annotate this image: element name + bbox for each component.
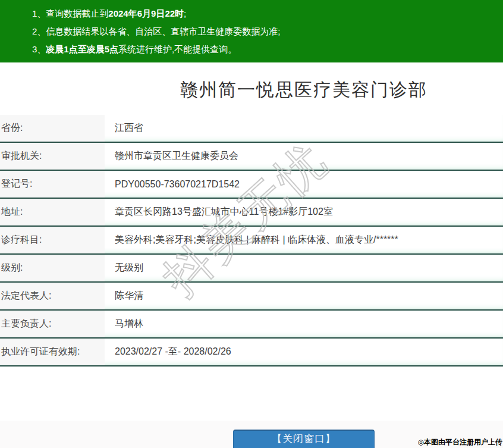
table-row-medical-subjects: 诊疗科目: 美容外科;美容牙科;美容皮肤科 | 麻醉科 | 临床体液、血液专业/… <box>0 227 503 255</box>
row-value: 章贡区长冈路13号盛汇城市中心11号楼1#影厅102室 <box>105 199 333 225</box>
notice-bold-text: 凌晨1点至凌晨5点 <box>46 44 118 54</box>
notice-text: 查询数据截止到 <box>46 8 108 18</box>
row-label: 主要负责人: <box>0 311 105 337</box>
row-label: 审批机关: <box>0 143 105 170</box>
table-row-approval-authority: 审批机关: 赣州市章贡区卫生健康委员会 <box>0 143 503 171</box>
row-label: 地址: <box>0 199 105 225</box>
info-table: 省份: 江西省 审批机关: 赣州市章贡区卫生健康委员会 登记号: PDY0055… <box>0 115 503 366</box>
page: 1、查询数据截止到2024年6月9日22时; 2、信息数据结果以各省、自治区、直… <box>0 0 503 448</box>
notice-line-1: 1、查询数据截止到2024年6月9日22时; <box>32 5 497 23</box>
notice-number: 3、 <box>32 44 46 54</box>
notice-text: 系统进行维护,不能提供查询。 <box>118 44 237 54</box>
table-row-legal-representative: 法定代表人: 陈华清 <box>0 283 503 311</box>
row-label: 登记号: <box>0 171 105 198</box>
title-section: 赣州简一悦思医疗美容门诊部 <box>105 62 503 115</box>
table-row-registration-number: 登记号: PDY00550-736070217D1542 <box>0 171 503 199</box>
table-row-level: 级别: 无级别 <box>0 255 503 283</box>
notice-number: 1、 <box>32 8 46 18</box>
row-value: 陈华清 <box>105 283 143 309</box>
row-value: 马增林 <box>105 311 143 337</box>
page-title: 赣州简一悦思医疗美容门诊部 <box>105 78 503 102</box>
row-label: 级别: <box>0 255 105 281</box>
row-value: 美容外科;美容牙科;美容皮肤科 | 麻醉科 | 临床体液、血液专业/****** <box>105 227 398 253</box>
notice-text: 信息数据结果以各省、自治区、直辖市卫生健康委数据为准; <box>46 26 280 36</box>
table-row-license-validity: 执业许可证有效期: 2023/02/27 -至- 2028/02/26 <box>0 339 503 366</box>
row-label: 法定代表人: <box>0 283 105 309</box>
table-row-address: 地址: 章贡区长冈路13号盛汇城市中心11号楼1#影厅102室 <box>0 199 503 227</box>
notice-bold-text: 2024年6月9日22时 <box>108 8 184 18</box>
row-label: 省份: <box>0 115 105 142</box>
row-value: 江西省 <box>105 115 143 142</box>
table-row-province: 省份: 江西省 <box>0 115 503 143</box>
footer-bar: 【关闭窗口】 ◎本图由平台注册用户上传 <box>0 421 503 448</box>
notice-line-3: 3、凌晨1点至凌晨5点系统进行维护,不能提供查询。 <box>32 40 497 58</box>
row-label: 执业许可证有效期: <box>0 339 105 365</box>
notice-line-2: 2、信息数据结果以各省、自治区、直辖市卫生健康委数据为准; <box>32 23 497 40</box>
row-label: 诊疗科目: <box>0 227 105 253</box>
notice-bar: 1、查询数据截止到2024年6月9日22时; 2、信息数据结果以各省、自治区、直… <box>0 0 503 62</box>
close-window-button[interactable]: 【关闭窗口】 <box>233 430 375 448</box>
row-value: PDY00550-736070217D1542 <box>105 171 240 198</box>
row-value: 赣州市章贡区卫生健康委员会 <box>105 143 238 170</box>
row-value: 2023/02/27 -至- 2028/02/26 <box>105 339 231 365</box>
notice-text: ; <box>184 8 186 18</box>
notice-number: 2、 <box>32 26 46 36</box>
upload-caption: ◎本图由平台注册用户上传 <box>418 437 502 447</box>
row-value: 无级别 <box>105 255 143 281</box>
table-row-main-person-in-charge: 主要负责人: 马增林 <box>0 311 503 339</box>
